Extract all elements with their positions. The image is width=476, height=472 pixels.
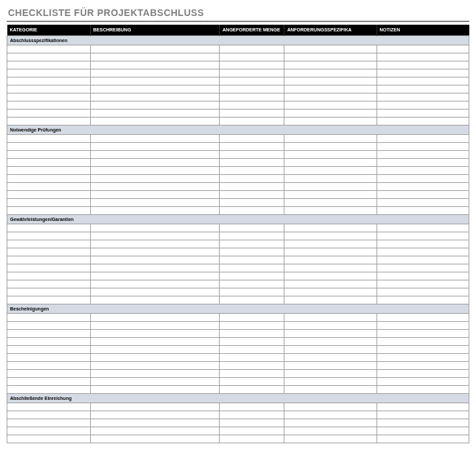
table-cell[interactable] <box>220 117 284 125</box>
table-cell[interactable] <box>7 240 91 248</box>
table-cell[interactable] <box>377 419 469 427</box>
table-cell[interactable] <box>377 190 469 198</box>
table-cell[interactable] <box>377 345 469 353</box>
table-cell[interactable] <box>377 377 469 385</box>
table-cell[interactable] <box>377 166 469 174</box>
table-cell[interactable] <box>90 166 220 174</box>
table-cell[interactable] <box>7 158 91 166</box>
table-cell[interactable] <box>220 296 284 304</box>
table-cell[interactable] <box>90 53 220 61</box>
table-cell[interactable] <box>220 256 284 264</box>
table-cell[interactable] <box>7 182 91 190</box>
table-cell[interactable] <box>377 280 469 288</box>
table-cell[interactable] <box>284 174 377 182</box>
table-cell[interactable] <box>284 361 377 369</box>
table-cell[interactable] <box>90 411 220 419</box>
table-cell[interactable] <box>284 280 377 288</box>
table-cell[interactable] <box>90 272 220 280</box>
table-cell[interactable] <box>284 288 377 296</box>
table-cell[interactable] <box>7 53 91 61</box>
table-cell[interactable] <box>7 248 91 256</box>
table-cell[interactable] <box>220 427 284 435</box>
table-cell[interactable] <box>284 264 377 272</box>
table-cell[interactable] <box>7 321 91 329</box>
table-cell[interactable] <box>284 77 377 85</box>
table-cell[interactable] <box>284 321 377 329</box>
table-cell[interactable] <box>7 256 91 264</box>
table-cell[interactable] <box>284 369 377 377</box>
table-cell[interactable] <box>377 101 469 109</box>
table-cell[interactable] <box>7 296 91 304</box>
table-cell[interactable] <box>284 206 377 214</box>
table-cell[interactable] <box>220 150 284 158</box>
table-cell[interactable] <box>7 288 91 296</box>
table-cell[interactable] <box>220 353 284 361</box>
table-cell[interactable] <box>284 166 377 174</box>
table-cell[interactable] <box>377 85 469 93</box>
table-cell[interactable] <box>90 224 220 232</box>
table-cell[interactable] <box>90 435 220 443</box>
table-cell[interactable] <box>284 385 377 393</box>
table-cell[interactable] <box>377 313 469 321</box>
table-cell[interactable] <box>220 53 284 61</box>
table-cell[interactable] <box>90 61 220 69</box>
table-cell[interactable] <box>7 45 91 53</box>
table-cell[interactable] <box>7 232 91 240</box>
table-cell[interactable] <box>284 232 377 240</box>
table-cell[interactable] <box>7 61 91 69</box>
table-cell[interactable] <box>220 206 284 214</box>
table-cell[interactable] <box>7 134 91 142</box>
table-cell[interactable] <box>7 206 91 214</box>
table-cell[interactable] <box>284 248 377 256</box>
table-cell[interactable] <box>377 288 469 296</box>
table-cell[interactable] <box>377 224 469 232</box>
table-cell[interactable] <box>90 109 220 117</box>
table-cell[interactable] <box>284 337 377 345</box>
table-cell[interactable] <box>220 435 284 443</box>
table-cell[interactable] <box>90 142 220 150</box>
table-cell[interactable] <box>7 419 91 427</box>
table-cell[interactable] <box>7 190 91 198</box>
table-cell[interactable] <box>284 134 377 142</box>
table-cell[interactable] <box>220 345 284 353</box>
table-cell[interactable] <box>7 435 91 443</box>
table-cell[interactable] <box>220 45 284 53</box>
table-cell[interactable] <box>90 280 220 288</box>
table-cell[interactable] <box>220 182 284 190</box>
table-cell[interactable] <box>90 174 220 182</box>
table-cell[interactable] <box>220 369 284 377</box>
table-cell[interactable] <box>7 377 91 385</box>
table-cell[interactable] <box>284 101 377 109</box>
table-cell[interactable] <box>377 232 469 240</box>
table-cell[interactable] <box>220 240 284 248</box>
table-cell[interactable] <box>90 353 220 361</box>
table-cell[interactable] <box>90 93 220 101</box>
table-cell[interactable] <box>90 264 220 272</box>
table-cell[interactable] <box>90 248 220 256</box>
table-cell[interactable] <box>220 69 284 77</box>
table-cell[interactable] <box>220 264 284 272</box>
table-cell[interactable] <box>284 117 377 125</box>
table-cell[interactable] <box>377 403 469 411</box>
table-cell[interactable] <box>284 296 377 304</box>
table-cell[interactable] <box>377 142 469 150</box>
table-cell[interactable] <box>377 369 469 377</box>
table-cell[interactable] <box>7 224 91 232</box>
table-cell[interactable] <box>284 435 377 443</box>
table-cell[interactable] <box>377 435 469 443</box>
table-cell[interactable] <box>220 248 284 256</box>
table-cell[interactable] <box>7 198 91 206</box>
table-cell[interactable] <box>220 361 284 369</box>
table-cell[interactable] <box>220 224 284 232</box>
table-cell[interactable] <box>220 232 284 240</box>
table-cell[interactable] <box>7 411 91 419</box>
table-cell[interactable] <box>220 158 284 166</box>
table-cell[interactable] <box>7 150 91 158</box>
table-cell[interactable] <box>284 61 377 69</box>
table-cell[interactable] <box>7 403 91 411</box>
table-cell[interactable] <box>90 337 220 345</box>
table-cell[interactable] <box>284 53 377 61</box>
table-cell[interactable] <box>284 190 377 198</box>
table-cell[interactable] <box>220 329 284 337</box>
table-cell[interactable] <box>284 45 377 53</box>
